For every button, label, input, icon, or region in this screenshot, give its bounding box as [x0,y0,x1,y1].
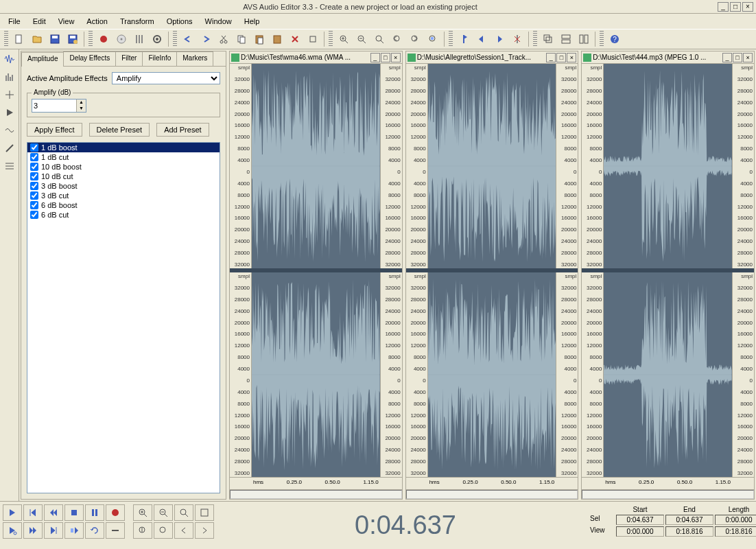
zoom-all-button[interactable] [195,504,214,521]
stop-button[interactable] [64,504,84,521]
paste-icon[interactable] [251,31,268,47]
zoom-right-icon[interactable] [407,31,423,47]
preset-checkbox[interactable] [30,191,38,200]
menu-options[interactable]: Options [161,16,198,27]
preset-checkbox[interactable] [30,143,38,152]
preset-item[interactable]: 1 dB cut [27,152,220,162]
cascade-icon[interactable] [540,31,556,47]
view-end-value[interactable]: 0:18.816 [665,526,713,537]
loop-button[interactable] [85,522,104,539]
forward-button[interactable] [23,522,43,539]
sel-end-value[interactable]: 0:04.637 [665,515,713,525]
horizontal-scrollbar[interactable] [582,489,754,499]
record-button[interactable] [106,504,125,521]
menu-action[interactable]: Action [81,16,113,27]
minimize-wave-button[interactable]: _ [546,53,556,62]
horizontal-scrollbar[interactable] [230,489,402,499]
preset-checkbox[interactable] [30,153,38,161]
tab-filter[interactable]: Filter [115,51,143,66]
play-tool-icon[interactable] [1,104,18,121]
zoom-in-v-button[interactable] [133,522,152,539]
tab-fileinfo[interactable]: FileInfo [142,51,177,66]
minimize-wave-button[interactable]: _ [370,53,380,62]
spin-down-icon[interactable]: ▼ [76,106,86,112]
zoom-out-v-button[interactable] [154,522,173,539]
preset-checkbox[interactable] [30,172,38,180]
waveform-title-bar[interactable]: D:\Music\Allegretto\Session1_Track... _ … [406,51,578,64]
select-tool-icon[interactable] [1,86,18,103]
waveform-canvas[interactable] [252,272,380,477]
view-start-value[interactable]: 0:00.000 [616,526,664,537]
maximize-wave-button[interactable]: □ [381,53,390,62]
zoom-in-icon[interactable] [335,31,352,47]
close-wave-button[interactable]: × [567,53,576,62]
time-ruler[interactable]: hms0.25.00.50.01.15.0 [230,477,402,489]
draw-tool-icon[interactable] [1,140,18,156]
marker-clear-icon[interactable] [509,31,525,47]
mixer-icon[interactable] [131,31,147,47]
zoom-left-button[interactable] [174,522,193,539]
time-ruler[interactable]: hms0.25.00.50.01.15.0 [406,477,578,489]
pause-button[interactable] [85,504,104,521]
toolbar-grip[interactable] [449,31,453,47]
menu-file[interactable]: File [3,16,26,27]
close-wave-button[interactable]: × [391,53,401,62]
preset-item[interactable]: 3 dB cut [27,191,220,200]
new-file-icon[interactable] [11,31,27,47]
redo-icon[interactable] [198,31,214,47]
paste-mix-icon[interactable] [269,31,285,47]
maximize-wave-button[interactable]: □ [556,53,566,62]
effect-select[interactable]: Amplify [112,72,220,84]
play-button[interactable] [3,504,22,521]
delete-icon[interactable] [287,31,303,47]
toolbar-grip[interactable] [88,31,93,47]
preset-checkbox[interactable] [30,182,38,190]
close-button[interactable]: × [742,2,753,12]
sel-start-value[interactable]: 0:04.637 [616,515,664,525]
waveform-canvas[interactable] [252,64,380,268]
list-icon[interactable] [1,158,18,174]
preset-list[interactable]: 1 dB boost1 dB cut10 dB boost10 dB cut3 … [27,142,220,493]
maximize-button[interactable]: □ [730,2,741,12]
view-length-value[interactable]: 0:18.816 [715,526,756,537]
amplify-input[interactable] [32,100,76,112]
waveform-title-bar[interactable]: D:\Music\Test\444.mp3 (MPEG 1.0 ... _ □ … [582,51,754,64]
preset-checkbox[interactable] [30,163,38,171]
toolbar-grip[interactable] [4,31,8,47]
marker-prev-icon[interactable] [473,31,490,47]
preset-item[interactable]: 10 dB boost [27,162,220,172]
zoom-sel-button[interactable] [174,504,193,521]
close-wave-button[interactable]: × [743,53,753,62]
horizontal-scrollbar[interactable] [406,489,578,499]
toolbar-grip[interactable] [173,31,177,47]
save-as-icon[interactable] [64,31,81,47]
waveform-canvas[interactable] [604,64,732,268]
undo-icon[interactable] [180,31,196,47]
play-loop-button[interactable] [3,522,22,539]
preset-item[interactable]: 3 dB boost [27,181,220,191]
scrub-tool-icon[interactable] [1,122,18,139]
waveform-canvas[interactable] [428,64,556,268]
waveform-canvas[interactable] [604,272,732,477]
minimize-button[interactable]: _ [718,2,729,12]
toolbar-grip[interactable] [329,31,333,47]
menu-edit[interactable]: Edit [27,16,51,27]
amplify-spinner[interactable]: ▲ ▼ [32,99,86,113]
spin-up-icon[interactable]: ▲ [76,100,86,106]
zoom-out-h-button[interactable] [154,504,173,521]
marker-next-icon[interactable] [491,31,508,47]
zoom-in-h-button[interactable] [133,504,152,521]
tile-vertical-icon[interactable] [576,31,592,47]
help-icon[interactable]: ? [606,31,623,47]
toolbar-grip[interactable] [600,31,604,47]
menu-help[interactable]: Help [239,16,265,27]
marker-add-icon[interactable] [456,31,472,47]
apply-effect-button[interactable]: Apply Effect [27,123,82,137]
go-start-button[interactable] [23,504,43,521]
tab-markers[interactable]: Markers [176,51,213,66]
preset-item[interactable]: 10 dB cut [27,172,220,181]
zoom-selection-icon[interactable] [425,31,441,47]
sel-length-value[interactable]: 0:00.000 [715,515,756,525]
preset-item[interactable]: 6 dB cut [27,210,220,220]
add-preset-button[interactable]: Add Preset [156,123,209,137]
